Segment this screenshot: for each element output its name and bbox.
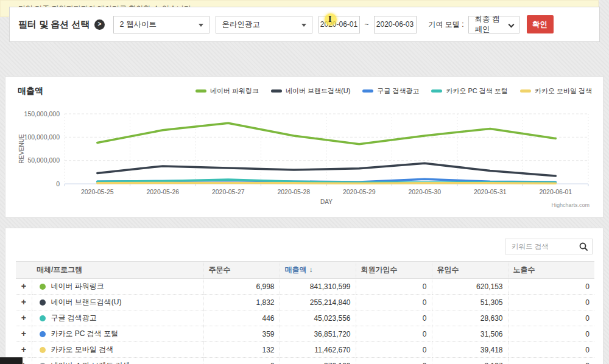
legend-item[interactable]: 구글 검색광고	[362, 86, 419, 96]
filter-title: 필터 및 옵션 선택 >	[18, 19, 105, 30]
column-header-label: 유입수	[437, 265, 459, 274]
legend-swatch-icon	[195, 89, 206, 93]
media-table-body: +네이버 파워링크6,998841,310,5990620,1530+네이버 브…	[16, 279, 594, 364]
column-header-2[interactable]: 주문수	[203, 262, 280, 279]
column-header-label: 매체/프로그램	[37, 265, 82, 274]
cell-orders: 359	[203, 326, 280, 342]
cell-signups: 0	[356, 358, 432, 364]
media-name: 네이버 쇼핑 브랜드 검색	[51, 360, 130, 364]
y-axis-tick-label: 100,000,000	[24, 133, 60, 141]
legend-swatch-icon	[271, 89, 282, 93]
partial-bottom-overlay	[0, 357, 23, 364]
legend-swatch-icon	[520, 89, 531, 93]
ad-type-select[interactable]: 온라인광고	[216, 16, 312, 33]
cell-impressions: 0	[508, 310, 594, 326]
column-header-3[interactable]: 매출액↓	[280, 262, 356, 279]
date-range-separator: ~	[365, 20, 369, 29]
column-header-label: 매출액	[285, 265, 307, 274]
y-axis-tick-label: 50,000,000	[27, 156, 60, 164]
cell-impressions: 0	[508, 295, 594, 310]
attribution-model-select[interactable]: 최종 캠페인	[468, 16, 519, 33]
legend-item[interactable]: 카카오 PC 검색 포털	[431, 86, 507, 96]
legend-swatch-icon	[362, 89, 373, 93]
cell-signups: 0	[356, 279, 432, 295]
chart-title: 매출액	[18, 86, 43, 97]
cell-inflow: 2,197	[432, 358, 508, 364]
chart-header: 매출액 네이버 파워링크네이버 브랜드검색(U)구글 검색광고카카오 PC 검색…	[5, 77, 603, 98]
table-row: +카카오 PC 검색 포털35936,851,720031,5060	[16, 326, 594, 342]
legend-item[interactable]: 네이버 파워링크	[195, 86, 259, 96]
cell-revenue: 45,023,556	[280, 310, 356, 326]
cell-inflow: 620,153	[432, 279, 508, 295]
media-name-cell: 카카오 모바일 검색	[37, 345, 199, 355]
cell-inflow: 28,630	[432, 310, 508, 326]
x-axis-tick-label: 2020-05-25	[81, 188, 114, 195]
legend-label: 네이버 브랜드검색(U)	[286, 86, 350, 96]
highcharts-credit: Highcharts.com	[551, 202, 590, 208]
cell-orders: 132	[203, 342, 280, 358]
table-header-row: 매체/프로그램주문수매출액↓회원가입수유입수노출수	[16, 262, 594, 279]
media-name-cell: 카카오 PC 검색 포털	[37, 329, 199, 339]
cell-impressions: 0	[508, 326, 594, 342]
media-name-cell: 구글 검색광고	[37, 313, 199, 323]
media-name: 네이버 브랜드검색(U)	[51, 297, 122, 307]
media-name: 구글 검색광고	[51, 313, 97, 323]
legend-swatch-icon	[431, 89, 442, 93]
x-axis-tick-label: 2020-05-26	[146, 188, 179, 195]
cell-signups: 0	[356, 295, 432, 310]
search-icon[interactable]	[579, 242, 588, 251]
cell-revenue: 11,462,670	[280, 342, 356, 358]
x-axis-tick-label: 2020-05-27	[212, 188, 245, 195]
expand-row-button[interactable]: +	[21, 345, 27, 354]
website-select[interactable]: 2 웹사이트	[113, 16, 209, 33]
chart-line-series	[97, 163, 556, 176]
filter-panel: 필터 및 옵션 선택 > 2 웹사이트 온라인광고 ~ 기여 모델 : 최종 캠…	[9, 7, 600, 42]
cell-orders: 6,998	[203, 279, 280, 295]
cell-revenue: 370,100	[280, 358, 356, 364]
keyword-search-box	[505, 239, 593, 254]
table-row: +네이버 브랜드검색(U)1,832255,214,840051,3050	[16, 295, 594, 310]
table-panel: 매체/프로그램주문수매출액↓회원가입수유입수노출수 +네이버 파워링크6,998…	[5, 228, 604, 364]
x-axis-tick-label: 2020-05-30	[408, 188, 441, 195]
confirm-button[interactable]: 확인	[527, 15, 554, 33]
caret-down-icon	[199, 24, 203, 27]
expand-row-button[interactable]: +	[21, 329, 27, 338]
expand-column-header	[16, 262, 32, 279]
chart-panel: 매출액 네이버 파워링크네이버 브랜드검색(U)구글 검색광고카카오 PC 검색…	[5, 76, 604, 218]
column-header-1[interactable]: 매체/프로그램	[32, 262, 203, 279]
table-row: +네이버 파워링크6,998841,310,5990620,1530	[16, 279, 594, 295]
media-color-dot-icon	[40, 315, 46, 321]
date-to-input[interactable]	[374, 16, 417, 33]
cell-impressions: 0	[508, 279, 594, 295]
cell-orders: 446	[203, 310, 280, 326]
attribution-model-label: 기여 모델 :	[429, 19, 464, 30]
expand-row-button[interactable]: +	[21, 298, 27, 306]
table-row: +카카오 모바일 검색13211,462,670039,4180	[16, 342, 594, 358]
media-program-table: 매체/프로그램주문수매출액↓회원가입수유입수노출수 +네이버 파워링크6,998…	[16, 261, 594, 364]
y-axis-title: REVENUE	[18, 134, 25, 164]
sort-descending-icon[interactable]: ↓	[309, 265, 313, 274]
cell-revenue: 36,851,720	[280, 326, 356, 342]
table-row: +구글 검색광고44645,023,556028,6300	[16, 310, 594, 326]
cell-revenue: 255,214,840	[280, 295, 356, 310]
cell-inflow: 31,506	[432, 326, 508, 342]
column-header-6[interactable]: 노출수	[508, 262, 594, 279]
expand-row-button[interactable]: +	[21, 282, 27, 290]
chevron-right-circle-icon[interactable]: >	[94, 19, 105, 30]
legend-item[interactable]: 카카오 모바일 검색	[520, 86, 592, 96]
legend-item[interactable]: 네이버 브랜드검색(U)	[271, 86, 350, 96]
expand-row-button[interactable]: +	[21, 313, 27, 322]
cell-signups: 0	[356, 342, 432, 358]
media-name: 카카오 PC 검색 포털	[51, 329, 119, 339]
media-color-dot-icon	[40, 284, 46, 290]
cell-impressions: 0	[508, 342, 594, 358]
cell-signups: 0	[356, 326, 432, 342]
column-header-4[interactable]: 회원가입수	[356, 262, 432, 279]
y-axis-tick-label: 0	[56, 180, 60, 187]
keyword-search-input[interactable]	[512, 243, 579, 250]
date-from-input[interactable]	[319, 16, 360, 33]
legend-label: 카카오 모바일 검색	[535, 86, 592, 96]
media-color-dot-icon	[40, 347, 46, 353]
column-header-5[interactable]: 유입수	[432, 262, 508, 279]
chevron-down-icon	[508, 21, 514, 27]
